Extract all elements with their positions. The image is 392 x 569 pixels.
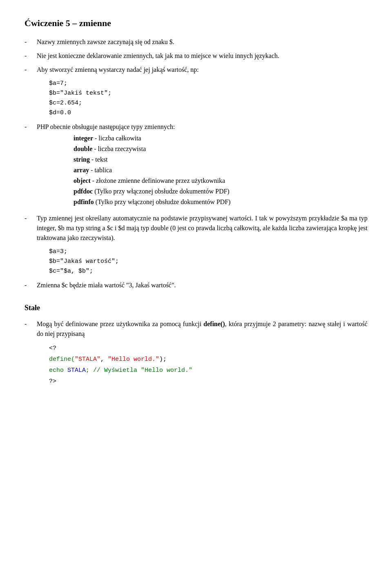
list-item-3: - Aby stworzyć zmienną wystarczy nadać j… <box>24 65 368 75</box>
type-name-object: object <box>74 177 91 184</box>
dash-4: - <box>24 122 37 132</box>
dash-2: - <box>24 51 37 61</box>
code2-line-3: $c="$a, $b"; <box>49 267 368 276</box>
page-title: Ćwiczenie 5 – zmienne <box>24 16 368 30</box>
type-object: object - złożone zmienne definiowane prz… <box>74 176 368 186</box>
type-name-pdfdoc: pdfdoc <box>74 188 93 195</box>
type-name-integer: integer <box>74 135 93 142</box>
bullet-content-5: Typ zmiennej jest określany automatyczni… <box>37 213 368 243</box>
constants-bullet-1: - Mogą być definiowane przez użytkownika… <box>24 319 368 339</box>
list-item-5: - Typ zmiennej jest określany automatycz… <box>24 213 368 243</box>
type-double: double - liczba rzeczywista <box>74 144 368 154</box>
php-echo-line: echo STALA; // Wyświetla "Hello world." <box>49 365 368 376</box>
list-item-2: - Nie jest konieczne deklarowanie zmienn… <box>24 51 368 61</box>
list-item-1: - Nazwy zmiennych zawsze zaczynają się o… <box>24 37 368 47</box>
type-desc-object: złożone zmienne definiowane przez użytko… <box>96 177 225 184</box>
bullet-text-3: Aby stworzyć zmienną wystarczy nadać jej… <box>37 65 368 75</box>
const-define-bold: define() <box>203 320 225 327</box>
type-integer: integer - liczba całkowita <box>74 133 368 143</box>
bullet-text-4: PHP obecnie obsługuje następujące typy z… <box>37 123 175 130</box>
code-line-2: $b="Jakiś tekst"; <box>49 89 368 98</box>
type-desc-string: tekst <box>95 156 107 163</box>
constants-title: Stałe <box>24 302 368 313</box>
bullet-text-6: Zmienna $c będzie miała wartość "3, Jaka… <box>37 280 368 290</box>
php-define-arg2: "Hello world." <box>108 356 159 363</box>
php-define-sep: , <box>100 356 108 363</box>
php-close-tag: ?> <box>49 376 368 387</box>
bullet-text-1: Nazwy zmiennych zawsze zaczynają się od … <box>37 37 368 47</box>
php-define-func: define( <box>49 356 75 363</box>
type-desc-array: tablica <box>95 167 112 173</box>
type-sep-array: - <box>91 167 94 173</box>
list-item-4: - PHP obecnie obsługuje następujące typy… <box>24 122 368 208</box>
const-bullet-content: Mogą być definiowane przez użytkownika z… <box>37 319 368 339</box>
type-desc-pdfinfo: (Tylko przy włączonej obsłudze dokumentó… <box>96 198 231 205</box>
code-block-1: $a=7; $b="Jakiś tekst"; $c=2.654; $d=0.0 <box>49 79 368 118</box>
type-string: string - tekst <box>74 155 368 164</box>
php-define-line: define("STALA", "Hello world."); <box>49 354 368 365</box>
php-define-arg1: "STALA" <box>75 356 100 363</box>
dash-5: - <box>24 213 37 223</box>
type-name-pdfinfo: pdfinfo <box>74 198 94 205</box>
type-pdfdoc: pdfdoc (Tylko przy włączonej obsłudze do… <box>74 187 368 196</box>
type-sep-double: - <box>94 145 98 152</box>
php-open-tag: <? <box>49 343 368 354</box>
type-name-string: string <box>74 156 90 163</box>
php-define-end: ); <box>159 356 167 363</box>
bullet-content-4: PHP obecnie obsługuje następujące typy z… <box>37 122 368 208</box>
code-block-2: $a=3; $b="Jakaś wartość"; $c="$a, $b"; <box>49 247 368 276</box>
const-text-1: Mogą być definiowane przez użytkownika z… <box>37 320 203 327</box>
bullet-text-2: Nie jest konieczne deklarowanie zmiennyc… <box>37 51 368 61</box>
code-line-3: $c=2.654; <box>49 98 368 108</box>
type-desc-double: liczba rzeczywista <box>98 145 146 152</box>
code-line-4: $d=0.0 <box>49 108 368 118</box>
type-sep-integer: - <box>95 135 98 142</box>
types-list: integer - liczba całkowita double - licz… <box>74 133 368 207</box>
type-name-array: array <box>74 167 89 173</box>
type-desc-integer: liczba całkowita <box>98 135 141 142</box>
type-pdfinfo: pdfinfo (Tylko przy włączonej obsłudze d… <box>74 197 368 207</box>
constants-section: Stałe - Mogą być definiowane przez użytk… <box>24 302 368 387</box>
type-sep-object: - <box>92 177 96 184</box>
php-echo-comment: ; // Wyświetla "Hello world." <box>86 367 192 374</box>
dash-6: - <box>24 280 37 290</box>
dash-3: - <box>24 65 37 75</box>
php-echo-var: STALA <box>67 367 86 374</box>
const-dash: - <box>24 319 37 329</box>
list-item-6: - Zmienna $c będzie miała wartość "3, Ja… <box>24 280 368 290</box>
php-code-block: <? define("STALA", "Hello world."); echo… <box>49 343 368 387</box>
type-desc-pdfdoc: (Tylko przy włączonej obsłudze dokumentó… <box>94 188 229 195</box>
code-line-1: $a=7; <box>49 79 368 89</box>
type-name-double: double <box>74 145 92 152</box>
type-sep-string: - <box>91 156 95 163</box>
php-echo-keyword: echo <box>49 367 67 374</box>
type-array: array - tablica <box>74 165 368 175</box>
bullet-text-5: Typ zmiennej jest określany automatyczni… <box>37 215 368 241</box>
code2-line-1: $a=3; <box>49 247 368 257</box>
code2-line-2: $b="Jakaś wartość"; <box>49 257 368 267</box>
dash-1: - <box>24 37 37 47</box>
